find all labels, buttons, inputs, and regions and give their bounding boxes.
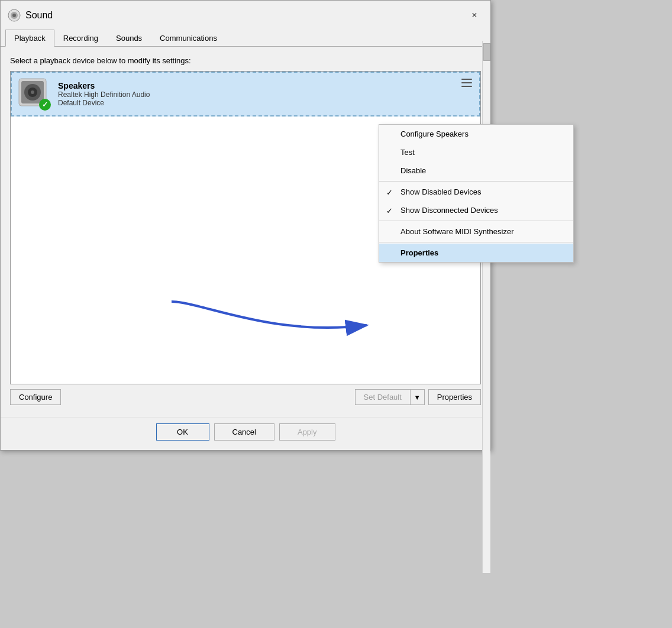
tab-sounds[interactable]: Sounds: [107, 30, 151, 47]
menu-separator-1: [379, 181, 573, 182]
context-menu: Configure Speakers Test Disable ✓ Show D…: [379, 124, 574, 263]
menu-item-disable[interactable]: Disable: [379, 161, 573, 180]
menu-line-1: [461, 79, 472, 80]
properties-button[interactable]: Properties: [428, 389, 481, 405]
menu-item-show-disconnected[interactable]: ✓ Show Disconnected Devices: [379, 201, 573, 219]
cancel-button[interactable]: Cancel: [214, 423, 274, 441]
menu-separator-3: [379, 242, 573, 242]
tab-bar: Playback Recording Sounds Communications: [1, 29, 490, 47]
set-default-group: Set Default ▼: [355, 389, 425, 405]
sound-icon: [8, 9, 21, 22]
menu-item-about-midi[interactable]: About Software MIDI Synthesizer: [379, 222, 573, 241]
menu-separator-2: [379, 221, 573, 221]
device-driver: Realtek High Definition Audio: [58, 90, 473, 99]
configure-button[interactable]: Configure: [10, 389, 61, 405]
set-default-arrow-button[interactable]: ▼: [410, 389, 425, 405]
set-default-button[interactable]: Set Default: [355, 389, 410, 405]
menu-line-2: [461, 82, 472, 83]
menu-item-configure-speakers[interactable]: Configure Speakers: [379, 125, 573, 143]
window-title: Sound: [25, 10, 466, 21]
apply-button[interactable]: Apply: [279, 423, 335, 441]
device-item-speakers[interactable]: Speakers Realtek High Definition Audio D…: [11, 72, 480, 116]
check-show-disabled: ✓: [386, 187, 393, 196]
check-show-disconnected: ✓: [386, 206, 393, 215]
tab-recording[interactable]: Recording: [54, 30, 107, 47]
close-button[interactable]: ×: [466, 7, 483, 24]
device-icon-wrapper: [18, 77, 51, 111]
device-info: Speakers Realtek High Definition Audio D…: [58, 81, 473, 107]
device-status: Default Device: [58, 99, 473, 107]
svg-point-2: [12, 14, 16, 17]
ok-button[interactable]: OK: [156, 423, 209, 441]
default-check-badge: [39, 99, 51, 111]
tab-communications[interactable]: Communications: [151, 30, 226, 47]
scrollbar-thumb[interactable]: [483, 43, 490, 61]
menu-item-show-disabled[interactable]: ✓ Show Disabled Devices: [379, 183, 573, 201]
menu-line-3: [461, 86, 472, 87]
device-name: Speakers: [58, 81, 473, 90]
dialog-footer: OK Cancel Apply: [1, 417, 490, 450]
bottom-buttons: Configure Set Default ▼ Properties: [10, 384, 481, 410]
device-menu-icon[interactable]: [461, 77, 474, 88]
menu-item-properties[interactable]: Properties: [379, 244, 573, 262]
window-scrollbar[interactable]: [482, 41, 490, 573]
svg-point-7: [31, 90, 34, 94]
instruction-text: Select a playback device below to modify…: [10, 56, 481, 65]
title-bar: Sound ×: [1, 1, 490, 29]
tab-playback[interactable]: Playback: [5, 30, 54, 47]
menu-item-test[interactable]: Test: [379, 143, 573, 161]
